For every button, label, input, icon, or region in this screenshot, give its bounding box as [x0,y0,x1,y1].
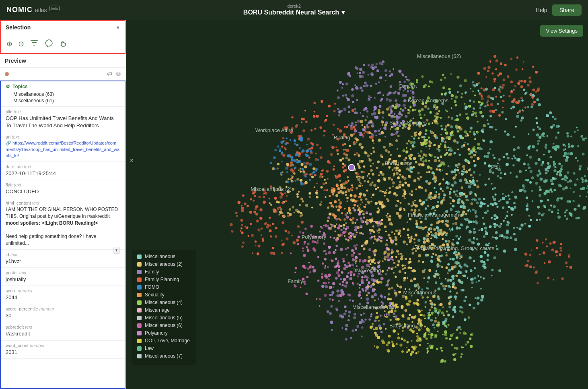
svg-point-2249 [270,236,272,238]
legend-item: Miscellaneous (5) [137,315,190,321]
svg-point-1239 [449,147,452,150]
svg-point-934 [493,55,496,58]
svg-point-145 [419,131,421,134]
svg-point-779 [342,166,344,169]
svg-point-2162 [366,211,368,214]
svg-point-1578 [300,212,302,215]
header-project-title[interactable]: BORU Subreddit Neural Search ▾ [243,8,345,16]
svg-point-959 [529,93,532,96]
zoom-in-selection-icon[interactable]: ⊕ [6,39,12,48]
svg-point-561 [442,170,443,171]
svg-point-1552 [280,208,282,211]
svg-point-634 [458,172,460,174]
svg-point-2008 [461,200,463,201]
svg-point-2682 [434,327,435,328]
svg-point-768 [333,168,335,171]
svg-point-1884 [491,275,492,276]
svg-point-2640 [414,284,417,288]
svg-point-1995 [502,206,505,209]
svg-point-1061 [370,97,372,98]
map-area[interactable]: View Settings × Miscellaneous (62)Concer… [126,20,588,389]
svg-point-847 [281,146,283,148]
selection-chevron-icon[interactable]: ∧ [116,25,120,30]
svg-point-1207 [424,159,427,162]
svg-point-1876 [447,263,450,266]
expand-button[interactable]: ▾ [113,247,120,254]
lasso-icon[interactable] [44,38,53,49]
svg-point-3021 [536,247,538,249]
svg-point-1897 [506,201,509,204]
svg-point-3110 [348,210,350,212]
svg-point-314 [477,157,479,160]
svg-point-1284 [466,133,468,135]
svg-point-535 [473,231,476,234]
svg-point-2226 [259,217,263,220]
svg-point-1751 [440,201,443,205]
svg-point-875 [366,131,369,134]
svg-point-835 [308,157,310,159]
svg-point-1345 [579,165,582,168]
svg-point-1172 [380,76,382,79]
svg-point-1069 [412,91,414,93]
svg-point-806 [373,143,374,144]
svg-point-2395 [445,267,448,269]
svg-point-552 [502,197,505,200]
svg-point-3083 [285,181,287,183]
svg-point-1302 [426,130,428,131]
svg-point-2218 [296,239,299,242]
svg-point-144 [358,154,360,157]
svg-point-2049 [484,227,487,230]
svg-point-298 [357,209,360,211]
svg-point-2139 [325,252,327,255]
tag-icon[interactable]: 🏷 [107,71,112,77]
legend-item: Miscarriage [137,307,190,313]
map-close-icon[interactable]: × [130,157,134,164]
svg-point-1440 [539,188,542,191]
svg-point-877 [291,116,293,118]
svg-point-2722 [430,261,433,263]
svg-point-2251 [297,225,300,228]
svg-point-2241 [241,228,243,230]
svg-point-2012 [480,276,481,278]
svg-point-1616 [379,190,382,192]
legend-label: Miscarriage [145,307,170,313]
svg-point-382 [382,191,384,193]
svg-point-2789 [406,303,409,306]
svg-point-177 [413,122,415,124]
svg-point-2063 [319,231,321,233]
svg-point-1922 [419,217,421,219]
hand-icon[interactable] [59,38,68,49]
svg-point-3015 [566,266,568,267]
svg-point-2242 [286,195,288,197]
svg-point-1256 [428,85,430,87]
svg-point-1279 [422,161,424,163]
filter-icon[interactable] [30,38,39,49]
share-button[interactable]: Share [552,4,582,16]
svg-point-2541 [360,314,362,316]
svg-point-562 [451,117,453,120]
svg-point-1126 [348,124,350,126]
help-button[interactable]: Help [536,7,547,13]
svg-point-2528 [335,277,338,280]
svg-point-647 [475,215,478,218]
graph-icon[interactable]: ⛁ [116,71,121,77]
zoom-out-selection-icon[interactable]: ⊖ [18,39,24,48]
svg-point-633 [441,139,444,142]
svg-point-1225 [464,103,466,105]
svg-point-225 [442,190,444,192]
svg-point-1824 [336,223,337,225]
svg-point-2291 [282,244,284,246]
svg-point-2777 [393,329,396,333]
view-settings-button[interactable]: View Settings [540,25,583,37]
svg-point-2314 [417,299,419,302]
svg-point-1337 [553,162,556,165]
svg-point-2954 [325,250,326,252]
svg-point-414 [445,219,448,222]
svg-point-266 [373,184,376,187]
svg-point-2140 [332,282,335,286]
svg-point-1931 [465,218,468,221]
svg-point-1521 [561,178,563,180]
svg-point-1334 [564,179,567,182]
svg-point-1475 [570,135,572,137]
svg-point-2293 [274,197,277,200]
